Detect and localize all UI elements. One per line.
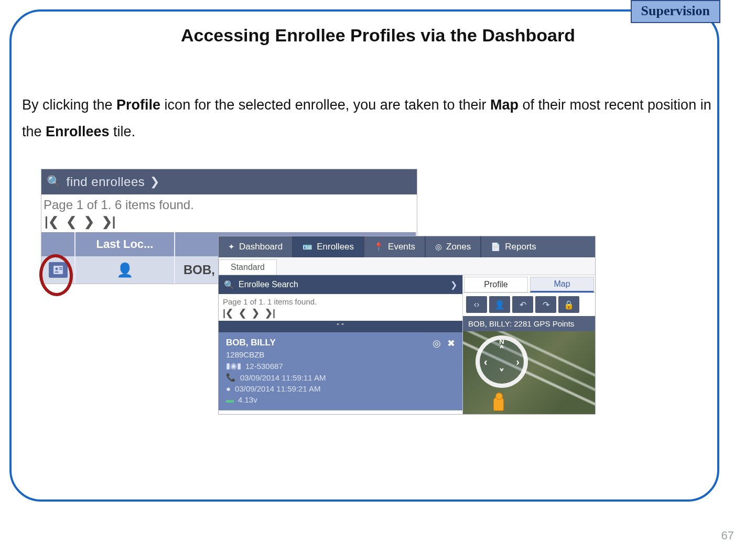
- supervision-tab: Supervision: [631, 0, 721, 23]
- compass-left-icon[interactable]: ‹: [484, 356, 488, 368]
- map-tab[interactable]: Map: [530, 277, 594, 292]
- pager-last-button[interactable]: ❯|: [265, 307, 275, 319]
- chevron-right-icon: ❯: [150, 175, 160, 189]
- tab-zones-label: Zones: [446, 242, 471, 252]
- pager-next-button[interactable]: ❯: [252, 307, 260, 319]
- pegman-icon[interactable]: [493, 397, 504, 411]
- body-text-mid1: icon for the selected enrollee, you are …: [160, 97, 490, 113]
- person-icon[interactable]: 👤: [489, 296, 510, 313]
- compass-control[interactable]: N ˄ ˅ ‹ ›: [476, 335, 528, 388]
- page-info-text: Page 1 of 1. 1 items found.: [219, 294, 462, 307]
- map-column: Profile Map ‹› 👤 ↶ ↷ 🔒 BOB, BILLY: 2281 …: [463, 275, 595, 414]
- tab-reports-label: Reports: [505, 242, 536, 252]
- dashboard-icon: ✦: [228, 242, 235, 252]
- find-enrollees-bar[interactable]: 🔍 find enrollees ❯: [41, 169, 417, 194]
- page-info-text: Page 1 of 1. 6 items found.: [41, 194, 417, 213]
- enrollee-search-label: Enrollee Search: [239, 280, 298, 289]
- compass-down-icon[interactable]: ˅: [499, 367, 504, 379]
- reports-icon: 📄: [491, 242, 501, 252]
- forward-icon[interactable]: ↷: [535, 296, 556, 313]
- zone-icon[interactable]: ◎: [433, 338, 441, 349]
- pager-first-button[interactable]: |❮: [45, 214, 59, 229]
- tab-dashboard-label: Dashboard: [239, 242, 283, 252]
- pager-last-button[interactable]: ❯|: [102, 214, 116, 229]
- body-text-enrollees: Enrollees: [46, 124, 110, 139]
- find-enrollees-label: find enrollees: [67, 175, 145, 189]
- lastloc-cell[interactable]: 👤: [75, 256, 175, 284]
- zones-icon: ◎: [435, 242, 442, 252]
- tab-events[interactable]: 📍Events: [364, 236, 426, 257]
- expand-icon[interactable]: ‹›: [466, 296, 487, 313]
- card-id: 1289CBZB: [226, 350, 455, 359]
- body-text-profile: Profile: [116, 97, 160, 113]
- compass-up-icon[interactable]: ˄: [499, 344, 504, 356]
- body-text-post: tile.: [110, 124, 136, 139]
- pager: |❮ ❮ ❯ ❯|: [41, 213, 417, 232]
- tab-enrollees-label: Enrollees: [317, 242, 354, 252]
- battery-icon: ▬: [226, 395, 234, 404]
- card-battery: 4.13v: [238, 395, 257, 404]
- card-device: 12-530687: [245, 362, 283, 371]
- pager-prev-button[interactable]: ❮: [239, 307, 246, 319]
- tab-dashboard[interactable]: ✦Dashboard: [219, 236, 293, 257]
- enrollees-tile-panel: ✦Dashboard 🪪Enrollees 📍Events ◎Zones 📄Re…: [218, 236, 596, 415]
- enrollees-icon: 🪪: [303, 242, 312, 252]
- lock-icon[interactable]: 🔒: [558, 296, 579, 313]
- enrollee-search-bar[interactable]: 🔍 Enrollee Search ❯: [219, 275, 462, 294]
- chevron-right-icon: ❯: [450, 280, 457, 290]
- compass-right-icon[interactable]: ›: [516, 356, 520, 368]
- body-text-pre: By clicking the: [22, 97, 116, 113]
- enrollee-card[interactable]: ◎ ✖ BOB, BILLY 1289CBZB ▮◉▮12-530687 📞03…: [219, 332, 462, 410]
- body-text-map: Map: [490, 97, 519, 113]
- tab-zones[interactable]: ◎Zones: [426, 236, 481, 257]
- subtab-row: Standard: [219, 257, 595, 275]
- back-icon[interactable]: ↶: [512, 296, 533, 313]
- gps-points-text: BOB, BILLY: 2281 GPS Points: [463, 316, 595, 331]
- sort-toggle[interactable]: ˄˅: [219, 321, 462, 332]
- tab-events-label: Events: [388, 242, 415, 252]
- close-icon[interactable]: ✖: [447, 338, 455, 349]
- card-phone-time: 03/09/2014 11:59:11 AM: [240, 373, 326, 382]
- card-name: BOB, BILLY: [226, 338, 455, 348]
- main-tabs: ✦Dashboard 🪪Enrollees 📍Events ◎Zones 📄Re…: [219, 236, 595, 257]
- search-icon: 🔍: [47, 175, 61, 189]
- tab-reports[interactable]: 📄Reports: [481, 236, 546, 257]
- page-title: Accessing Enrollee Profiles via the Dash…: [0, 25, 756, 46]
- device-icon: ▮◉▮: [226, 361, 241, 371]
- subtab-standard[interactable]: Standard: [219, 259, 277, 275]
- map-view[interactable]: N ˄ ˅ ‹ ›: [463, 331, 595, 414]
- tab-enrollees[interactable]: 🪪Enrollees: [293, 236, 364, 257]
- page-number: 67: [721, 529, 734, 542]
- col-header-profile[interactable]: [41, 232, 75, 256]
- profile-tab[interactable]: Profile: [464, 277, 528, 292]
- enrollee-search-column: 🔍 Enrollee Search ❯ Page 1 of 1. 1 items…: [219, 275, 463, 414]
- pager: |❮ ❮ ❯ ❯|: [219, 307, 462, 321]
- profile-map-tabs: Profile Map: [463, 275, 595, 293]
- dot-icon: ●: [226, 384, 231, 393]
- pager-next-button[interactable]: ❯: [84, 214, 94, 229]
- events-icon: 📍: [374, 242, 384, 252]
- phone-icon: 📞: [226, 373, 236, 382]
- map-toolbar: ‹› 👤 ↶ ↷ 🔒: [463, 293, 595, 316]
- body-paragraph: By clicking the Profile icon for the sel…: [22, 92, 725, 146]
- search-icon: 🔍: [224, 280, 234, 290]
- card-gps-time: 03/09/2014 11:59:21 AM: [235, 384, 320, 393]
- pager-prev-button[interactable]: ❮: [66, 214, 77, 229]
- col-header-lastloc[interactable]: Last Loc...: [75, 232, 175, 256]
- person-icon: 👤: [116, 262, 133, 278]
- pager-first-button[interactable]: |❮: [223, 307, 233, 319]
